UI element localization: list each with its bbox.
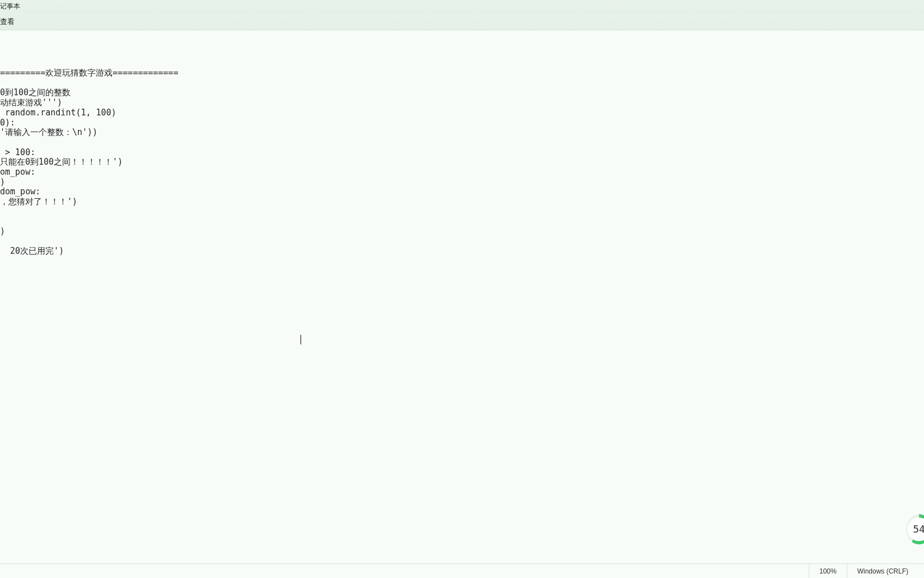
overlay-progress-badge[interactable]: 54 xyxy=(898,513,924,546)
status-bar: 100% Windows (CRLF) xyxy=(0,563,924,578)
title-bar: 记事本 xyxy=(0,0,924,12)
status-line-ending[interactable]: Windows (CRLF) xyxy=(847,564,918,578)
editor-text: =========欢迎玩猜数字游戏============= 0到100之间的整… xyxy=(0,39,179,257)
menu-bar: 查看 xyxy=(0,12,924,30)
text-caret xyxy=(301,335,301,344)
title-text: 记事本 xyxy=(0,2,20,10)
progress-ring: 54 xyxy=(906,514,924,544)
progress-value: 54 xyxy=(907,518,924,541)
status-zoom[interactable]: 100% xyxy=(809,564,847,578)
menu-item-view[interactable]: 查看 xyxy=(0,17,15,26)
editor-area[interactable]: =========欢迎玩猜数字游戏============= 0到100之间的整… xyxy=(0,30,924,563)
